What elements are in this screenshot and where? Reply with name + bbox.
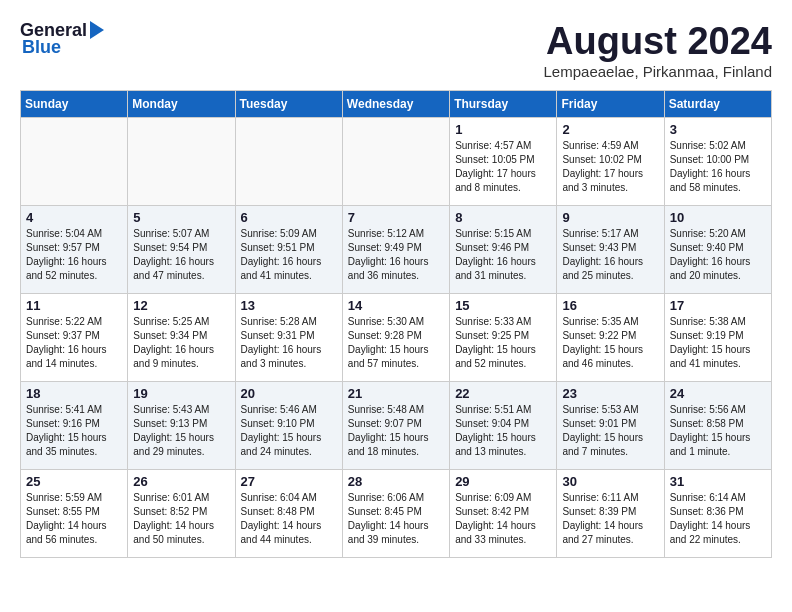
calendar-cell: 12Sunrise: 5:25 AMSunset: 9:34 PMDayligh…	[128, 294, 235, 382]
day-number: 30	[562, 474, 658, 489]
day-number: 19	[133, 386, 229, 401]
cell-sun-info: Sunrise: 5:09 AMSunset: 9:51 PMDaylight:…	[241, 227, 337, 283]
calendar-cell: 17Sunrise: 5:38 AMSunset: 9:19 PMDayligh…	[664, 294, 771, 382]
calendar-cell: 1Sunrise: 4:57 AMSunset: 10:05 PMDayligh…	[450, 118, 557, 206]
day-number: 1	[455, 122, 551, 137]
day-number: 5	[133, 210, 229, 225]
day-number: 29	[455, 474, 551, 489]
cell-sun-info: Sunrise: 5:53 AMSunset: 9:01 PMDaylight:…	[562, 403, 658, 459]
cell-sun-info: Sunrise: 5:25 AMSunset: 9:34 PMDaylight:…	[133, 315, 229, 371]
calendar-cell: 24Sunrise: 5:56 AMSunset: 8:58 PMDayligh…	[664, 382, 771, 470]
cell-sun-info: Sunrise: 5:12 AMSunset: 9:49 PMDaylight:…	[348, 227, 444, 283]
cell-sun-info: Sunrise: 5:20 AMSunset: 9:40 PMDaylight:…	[670, 227, 766, 283]
weekday-header-row: SundayMondayTuesdayWednesdayThursdayFrid…	[21, 91, 772, 118]
calendar-cell: 20Sunrise: 5:46 AMSunset: 9:10 PMDayligh…	[235, 382, 342, 470]
calendar-cell: 29Sunrise: 6:09 AMSunset: 8:42 PMDayligh…	[450, 470, 557, 558]
day-number: 17	[670, 298, 766, 313]
day-number: 28	[348, 474, 444, 489]
day-number: 26	[133, 474, 229, 489]
cell-sun-info: Sunrise: 6:04 AMSunset: 8:48 PMDaylight:…	[241, 491, 337, 547]
day-number: 9	[562, 210, 658, 225]
cell-sun-info: Sunrise: 5:02 AMSunset: 10:00 PMDaylight…	[670, 139, 766, 195]
cell-sun-info: Sunrise: 5:41 AMSunset: 9:16 PMDaylight:…	[26, 403, 122, 459]
calendar-week-row: 11Sunrise: 5:22 AMSunset: 9:37 PMDayligh…	[21, 294, 772, 382]
cell-sun-info: Sunrise: 6:01 AMSunset: 8:52 PMDaylight:…	[133, 491, 229, 547]
weekday-header-saturday: Saturday	[664, 91, 771, 118]
day-number: 4	[26, 210, 122, 225]
calendar-cell: 25Sunrise: 5:59 AMSunset: 8:55 PMDayligh…	[21, 470, 128, 558]
cell-sun-info: Sunrise: 5:35 AMSunset: 9:22 PMDaylight:…	[562, 315, 658, 371]
day-number: 21	[348, 386, 444, 401]
calendar-cell: 6Sunrise: 5:09 AMSunset: 9:51 PMDaylight…	[235, 206, 342, 294]
day-number: 18	[26, 386, 122, 401]
calendar-cell: 13Sunrise: 5:28 AMSunset: 9:31 PMDayligh…	[235, 294, 342, 382]
day-number: 20	[241, 386, 337, 401]
day-number: 27	[241, 474, 337, 489]
calendar-cell: 14Sunrise: 5:30 AMSunset: 9:28 PMDayligh…	[342, 294, 449, 382]
calendar-week-row: 4Sunrise: 5:04 AMSunset: 9:57 PMDaylight…	[21, 206, 772, 294]
logo-arrow-icon	[90, 21, 104, 39]
calendar-cell: 5Sunrise: 5:07 AMSunset: 9:54 PMDaylight…	[128, 206, 235, 294]
location-text: Lempaeaelae, Pirkanmaa, Finland	[544, 63, 772, 80]
calendar-cell: 16Sunrise: 5:35 AMSunset: 9:22 PMDayligh…	[557, 294, 664, 382]
cell-sun-info: Sunrise: 5:38 AMSunset: 9:19 PMDaylight:…	[670, 315, 766, 371]
weekday-header-friday: Friday	[557, 91, 664, 118]
calendar-cell: 10Sunrise: 5:20 AMSunset: 9:40 PMDayligh…	[664, 206, 771, 294]
calendar-table: SundayMondayTuesdayWednesdayThursdayFrid…	[20, 90, 772, 558]
weekday-header-thursday: Thursday	[450, 91, 557, 118]
calendar-cell: 8Sunrise: 5:15 AMSunset: 9:46 PMDaylight…	[450, 206, 557, 294]
calendar-cell	[342, 118, 449, 206]
calendar-cell: 23Sunrise: 5:53 AMSunset: 9:01 PMDayligh…	[557, 382, 664, 470]
cell-sun-info: Sunrise: 5:04 AMSunset: 9:57 PMDaylight:…	[26, 227, 122, 283]
calendar-cell: 21Sunrise: 5:48 AMSunset: 9:07 PMDayligh…	[342, 382, 449, 470]
calendar-cell: 18Sunrise: 5:41 AMSunset: 9:16 PMDayligh…	[21, 382, 128, 470]
calendar-cell: 7Sunrise: 5:12 AMSunset: 9:49 PMDaylight…	[342, 206, 449, 294]
day-number: 7	[348, 210, 444, 225]
cell-sun-info: Sunrise: 4:59 AMSunset: 10:02 PMDaylight…	[562, 139, 658, 195]
day-number: 3	[670, 122, 766, 137]
cell-sun-info: Sunrise: 6:06 AMSunset: 8:45 PMDaylight:…	[348, 491, 444, 547]
cell-sun-info: Sunrise: 5:56 AMSunset: 8:58 PMDaylight:…	[670, 403, 766, 459]
cell-sun-info: Sunrise: 5:07 AMSunset: 9:54 PMDaylight:…	[133, 227, 229, 283]
cell-sun-info: Sunrise: 5:59 AMSunset: 8:55 PMDaylight:…	[26, 491, 122, 547]
day-number: 23	[562, 386, 658, 401]
day-number: 10	[670, 210, 766, 225]
calendar-cell: 19Sunrise: 5:43 AMSunset: 9:13 PMDayligh…	[128, 382, 235, 470]
calendar-cell: 11Sunrise: 5:22 AMSunset: 9:37 PMDayligh…	[21, 294, 128, 382]
calendar-cell	[21, 118, 128, 206]
logo: General Blue	[20, 20, 104, 58]
day-number: 31	[670, 474, 766, 489]
calendar-cell: 3Sunrise: 5:02 AMSunset: 10:00 PMDayligh…	[664, 118, 771, 206]
weekday-header-wednesday: Wednesday	[342, 91, 449, 118]
day-number: 24	[670, 386, 766, 401]
cell-sun-info: Sunrise: 5:33 AMSunset: 9:25 PMDaylight:…	[455, 315, 551, 371]
calendar-cell: 26Sunrise: 6:01 AMSunset: 8:52 PMDayligh…	[128, 470, 235, 558]
calendar-cell: 4Sunrise: 5:04 AMSunset: 9:57 PMDaylight…	[21, 206, 128, 294]
calendar-cell	[128, 118, 235, 206]
calendar-cell: 31Sunrise: 6:14 AMSunset: 8:36 PMDayligh…	[664, 470, 771, 558]
calendar-week-row: 18Sunrise: 5:41 AMSunset: 9:16 PMDayligh…	[21, 382, 772, 470]
calendar-cell: 2Sunrise: 4:59 AMSunset: 10:02 PMDayligh…	[557, 118, 664, 206]
day-number: 11	[26, 298, 122, 313]
cell-sun-info: Sunrise: 5:30 AMSunset: 9:28 PMDaylight:…	[348, 315, 444, 371]
cell-sun-info: Sunrise: 5:46 AMSunset: 9:10 PMDaylight:…	[241, 403, 337, 459]
cell-sun-info: Sunrise: 5:15 AMSunset: 9:46 PMDaylight:…	[455, 227, 551, 283]
calendar-cell: 28Sunrise: 6:06 AMSunset: 8:45 PMDayligh…	[342, 470, 449, 558]
cell-sun-info: Sunrise: 6:09 AMSunset: 8:42 PMDaylight:…	[455, 491, 551, 547]
calendar-week-row: 1Sunrise: 4:57 AMSunset: 10:05 PMDayligh…	[21, 118, 772, 206]
day-number: 6	[241, 210, 337, 225]
calendar-cell: 22Sunrise: 5:51 AMSunset: 9:04 PMDayligh…	[450, 382, 557, 470]
day-number: 25	[26, 474, 122, 489]
day-number: 13	[241, 298, 337, 313]
logo-blue-text: Blue	[22, 37, 61, 58]
calendar-cell: 15Sunrise: 5:33 AMSunset: 9:25 PMDayligh…	[450, 294, 557, 382]
cell-sun-info: Sunrise: 4:57 AMSunset: 10:05 PMDaylight…	[455, 139, 551, 195]
day-number: 22	[455, 386, 551, 401]
cell-sun-info: Sunrise: 5:43 AMSunset: 9:13 PMDaylight:…	[133, 403, 229, 459]
title-block: August 2024 Lempaeaelae, Pirkanmaa, Finl…	[544, 20, 772, 80]
day-number: 16	[562, 298, 658, 313]
day-number: 14	[348, 298, 444, 313]
cell-sun-info: Sunrise: 6:14 AMSunset: 8:36 PMDaylight:…	[670, 491, 766, 547]
day-number: 8	[455, 210, 551, 225]
calendar-cell: 30Sunrise: 6:11 AMSunset: 8:39 PMDayligh…	[557, 470, 664, 558]
